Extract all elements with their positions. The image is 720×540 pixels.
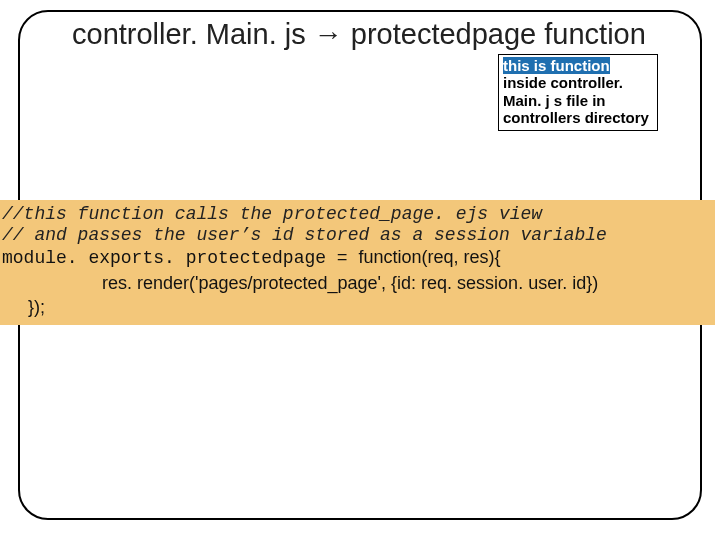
code-line-2: res. render('pages/protected_page', {id:… <box>2 271 713 295</box>
slide-title: controller. Main. js → protectedpage fun… <box>72 18 682 51</box>
title-text: controller. Main. js → protectedpage fun… <box>72 18 646 50</box>
code-line-1-mono: module. exports. protectedpage = <box>2 248 358 268</box>
callout-rest: inside controller. Main. j s file in con… <box>503 74 649 126</box>
code-comment-1: //this function calls the protected_page… <box>2 204 713 225</box>
code-comment-2: // and passes the user’s id stored as a … <box>2 225 713 246</box>
callout-highlight: this is function <box>503 57 610 74</box>
callout-box: this is function inside controller. Main… <box>498 54 658 131</box>
code-block: //this function calls the protected_page… <box>0 200 715 325</box>
code-line-3: }); <box>2 295 713 319</box>
code-line-1: module. exports. protectedpage = functio… <box>2 245 713 270</box>
code-line-1-sans: function(req, res){ <box>358 247 500 267</box>
